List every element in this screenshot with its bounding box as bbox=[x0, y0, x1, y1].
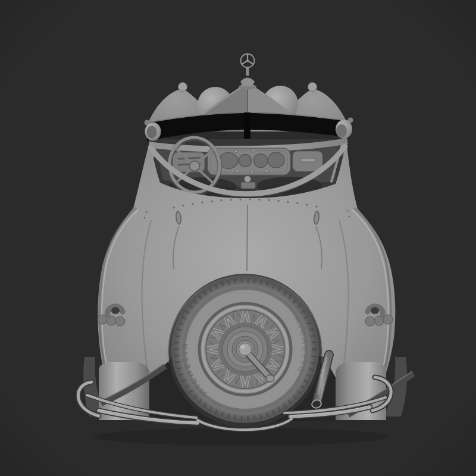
viewport-render: MICHELIN MICHELIN bbox=[0, 0, 476, 476]
vignette-overlay bbox=[0, 0, 476, 476]
